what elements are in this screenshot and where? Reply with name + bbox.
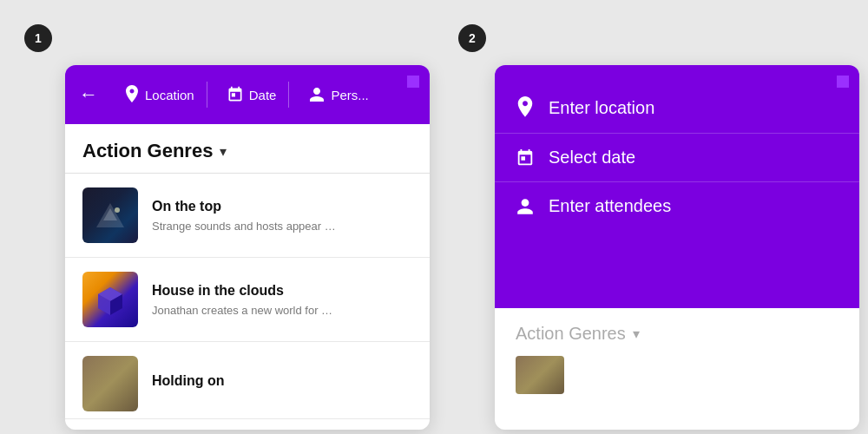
small-thumb — [516, 356, 564, 394]
genre-dropdown-arrow[interactable]: ▾ — [220, 143, 227, 160]
nav-location[interactable]: Location — [112, 82, 207, 108]
event-thumb-brown — [82, 356, 138, 411]
person-icon — [308, 86, 326, 103]
event-item[interactable]: On the top Strange sounds and hosts appe… — [65, 174, 430, 258]
event-info: House in the clouds Jonathan creates a n… — [152, 283, 412, 317]
attendees-row[interactable]: Enter attendees — [495, 182, 859, 230]
location-icon — [124, 85, 140, 104]
panel-1: ← Location Date Pers... Action Genres — [65, 65, 430, 430]
person-icon-2 — [516, 197, 535, 216]
person-label: Pers... — [331, 88, 368, 102]
calendar-icon — [227, 86, 244, 103]
event-thumb-mountain — [82, 187, 138, 243]
panel-2-header: Enter location Select date Enter attende… — [495, 65, 859, 308]
event-info: On the top Strange sounds and hosts appe… — [152, 199, 412, 233]
location-row[interactable]: Enter location — [495, 82, 859, 134]
close-button-2[interactable] — [837, 76, 849, 88]
event-desc: Strange sounds and hosts appear … — [152, 220, 412, 233]
location-icon-2 — [516, 96, 535, 119]
event-title: House in the clouds — [152, 283, 412, 299]
event-item[interactable]: House in the clouds Jonathan creates a n… — [65, 258, 430, 342]
event-list: On the top Strange sounds and hosts appe… — [65, 174, 430, 419]
event-title: On the top — [152, 199, 412, 214]
genre-title: Action Genres — [82, 140, 213, 162]
event-desc: Jonathan creates a new world for … — [152, 304, 412, 317]
panel-2-body: Action Genres ▾ — [495, 308, 859, 430]
panel-2-bottom — [495, 356, 859, 394]
event-item[interactable]: Holding on — [65, 342, 430, 419]
location-input-label: Enter location — [549, 98, 654, 118]
genre-header-2: Action Genres ▾ — [495, 308, 859, 356]
svg-point-2 — [115, 207, 120, 213]
genre-header: Action Genres ▾ — [65, 124, 430, 174]
close-button-1[interactable] — [407, 76, 419, 88]
genre-dropdown-arrow-2[interactable]: ▾ — [633, 326, 640, 342]
panel-1-body: Action Genres ▾ On the top St — [65, 124, 430, 430]
date-label: Date — [249, 88, 277, 102]
panel-2: Enter location Select date Enter attende… — [495, 65, 859, 430]
date-row[interactable]: Select date — [495, 134, 859, 182]
event-thumb-house — [82, 272, 138, 327]
panel-1-header: ← Location Date Pers... — [65, 65, 430, 124]
event-info: Holding on — [152, 373, 412, 394]
location-label: Location — [145, 88, 194, 102]
cube-svg — [95, 284, 126, 315]
genre-title-2: Action Genres — [516, 324, 626, 344]
event-title: Holding on — [152, 373, 412, 389]
nav-person[interactable]: Pers... — [296, 82, 380, 108]
step-badge-2: 2 — [458, 24, 486, 52]
mountain-svg — [93, 201, 128, 229]
date-input-label: Select date — [549, 148, 635, 168]
back-button[interactable]: ← — [79, 83, 98, 106]
calendar-icon-2 — [516, 148, 535, 168]
step-badge-1: 1 — [24, 24, 52, 52]
nav-date[interactable]: Date — [214, 82, 290, 108]
attendees-input-label: Enter attendees — [549, 196, 671, 216]
